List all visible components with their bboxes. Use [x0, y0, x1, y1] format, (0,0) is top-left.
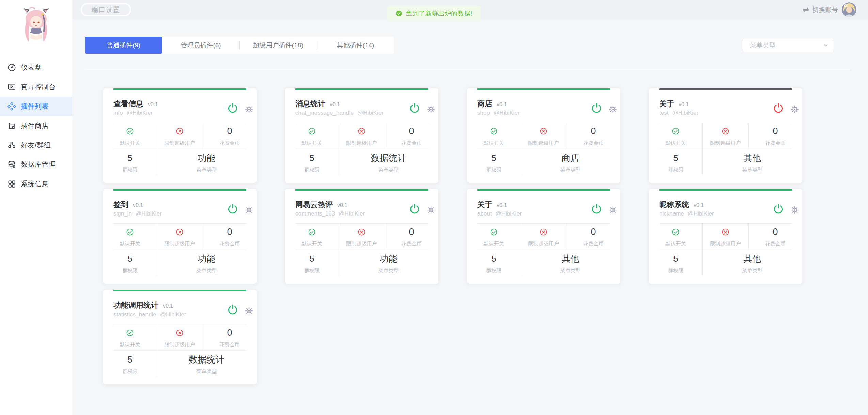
plugin-module: comments_163 — [295, 210, 335, 217]
group-level-value: 5 — [309, 154, 314, 162]
menu-type-value: 数据统计 — [371, 154, 406, 162]
menu-type-value: 其他 — [562, 254, 579, 263]
sidebar-item-system[interactable]: 系统信息 — [0, 174, 72, 194]
limit-superuser-label: 限制超级用户 — [710, 241, 741, 247]
port-settings-button[interactable]: 端口设置 — [81, 3, 131, 16]
default-switch-label: 默认开关 — [484, 241, 504, 247]
sidebar-item-label: 好友/群组 — [21, 141, 51, 150]
limit-superuser-label: 限制超级用户 — [528, 140, 559, 146]
group-level-value: 5 — [309, 254, 314, 263]
cost-gold-value: 0 — [409, 127, 414, 135]
limit-superuser-off-icon — [722, 127, 729, 135]
default-switch-label: 默认开关 — [302, 140, 322, 146]
tab-3[interactable]: 其他插件(14) — [317, 37, 394, 54]
sidebar-item-dashboard[interactable]: 仪表盘 — [0, 58, 72, 77]
gear-icon[interactable] — [791, 106, 799, 113]
plugin-module: statistics_handle — [113, 311, 156, 318]
plugin-title: 商店 — [477, 99, 492, 109]
power-toggle-button[interactable] — [227, 304, 238, 315]
limit-superuser-label: 限制超级用户 — [165, 241, 195, 247]
sidebar-item-store[interactable]: 插件商店 — [0, 116, 72, 135]
plugin-author: @HibiKier — [688, 210, 714, 217]
plugin-version: v0.1 — [694, 202, 704, 208]
plugin-title: 关于 — [659, 99, 674, 109]
group-level-label: 群权限 — [304, 167, 320, 173]
cost-gold-value: 0 — [227, 227, 232, 236]
limit-superuser-off-icon — [540, 127, 547, 135]
sidebar-item-console[interactable]: 真寻控制台 — [0, 77, 72, 97]
tab-1[interactable]: 管理员插件(6) — [162, 37, 239, 54]
gear-icon[interactable] — [245, 106, 253, 113]
default-switch-label: 默认开关 — [666, 140, 686, 146]
plugin-status-bar — [477, 88, 610, 90]
menu-type-value: 功能 — [198, 254, 216, 263]
plugin-module: shop — [477, 110, 490, 116]
cost-gold-value: 0 — [227, 328, 232, 337]
group-level-value: 5 — [673, 254, 678, 263]
power-toggle-button[interactable] — [409, 203, 420, 214]
plugin-author: @HibiKier — [496, 210, 522, 217]
switch-account-button[interactable]: ⇌ 切换账号 — [803, 0, 838, 19]
default-switch-on-icon — [672, 227, 680, 236]
plugin-author: @HibiKier — [160, 311, 186, 318]
user-avatar[interactable] — [842, 2, 856, 17]
gear-icon[interactable] — [609, 206, 617, 214]
cost-gold-label: 花费金币 — [583, 140, 604, 146]
sidebar-item-label: 真寻控制台 — [21, 82, 56, 92]
gear-icon[interactable] — [245, 307, 253, 315]
group-level-label: 群权限 — [668, 268, 683, 274]
plugin-title: 消息统计 — [295, 99, 325, 109]
group-level-label: 群权限 — [304, 268, 320, 274]
default-switch-label: 默认开关 — [666, 241, 686, 247]
power-toggle-button[interactable] — [773, 203, 784, 214]
sidebar-item-friends[interactable]: 好友/群组 — [0, 135, 72, 155]
group-level-value: 5 — [673, 154, 678, 162]
default-switch-label: 默认开关 — [302, 241, 322, 247]
power-toggle-button[interactable] — [591, 203, 602, 214]
cost-gold-label: 花费金币 — [583, 241, 604, 247]
tab-0[interactable]: 普通插件(9) — [85, 37, 162, 54]
menu-type-label: 菜单类型 — [197, 167, 217, 173]
cost-gold-value: 0 — [591, 127, 596, 135]
plugin-module: nickname — [659, 210, 684, 217]
group-level-value: 5 — [491, 154, 496, 162]
limit-superuser-off-icon — [176, 127, 184, 135]
power-toggle-button[interactable] — [227, 102, 238, 114]
plugin-version: v0.1 — [330, 101, 340, 108]
limit-superuser-off-icon — [358, 127, 366, 135]
power-toggle-button[interactable] — [227, 203, 238, 214]
plugin-title: 网易云热评 — [295, 199, 333, 210]
switch-account-label: 切换账号 — [812, 5, 838, 14]
plugin-version: v0.1 — [163, 303, 173, 309]
default-switch-label: 默认开关 — [120, 341, 140, 348]
console-icon — [7, 82, 16, 92]
menu-type-select[interactable]: 菜单类型 — [743, 38, 834, 52]
tab-2[interactable]: 超级用户插件(18) — [239, 37, 317, 54]
group-level-label: 群权限 — [122, 368, 138, 375]
cost-gold-label: 花费金币 — [219, 341, 240, 348]
gear-icon[interactable] — [427, 106, 435, 113]
cost-gold-value: 0 — [227, 127, 232, 135]
gear-icon[interactable] — [791, 206, 799, 214]
plugin-status-bar — [113, 88, 246, 90]
gear-icon[interactable] — [245, 206, 253, 214]
plugin-card: 关于 v0.1 about @HibiKier 默认开关 — [467, 189, 620, 284]
plugin-author: @HibiKier — [339, 210, 365, 217]
gear-icon[interactable] — [609, 106, 617, 113]
check-circle-icon — [396, 10, 402, 17]
power-toggle-button[interactable] — [773, 102, 784, 114]
sidebar-item-database[interactable]: 数据库管理 — [0, 155, 72, 174]
power-toggle-button[interactable] — [591, 102, 602, 114]
menu-type-label: 菜单类型 — [378, 167, 399, 173]
plugin-card: 消息统计 v0.1 chat_message_handle @HibiKier … — [285, 88, 438, 183]
plugin-title: 昵称系统 — [659, 199, 689, 210]
cost-gold-label: 花费金币 — [219, 140, 240, 146]
cost-gold-label: 花费金币 — [219, 241, 240, 247]
group-level-value: 5 — [491, 254, 496, 263]
group-level-value: 5 — [127, 254, 132, 263]
sidebar-item-plugins[interactable]: 插件列表 — [0, 97, 72, 116]
plugin-version: v0.1 — [497, 101, 507, 108]
sidebar-item-label: 仪表盘 — [21, 63, 42, 72]
gear-icon[interactable] — [427, 206, 435, 214]
power-toggle-button[interactable] — [409, 102, 420, 114]
